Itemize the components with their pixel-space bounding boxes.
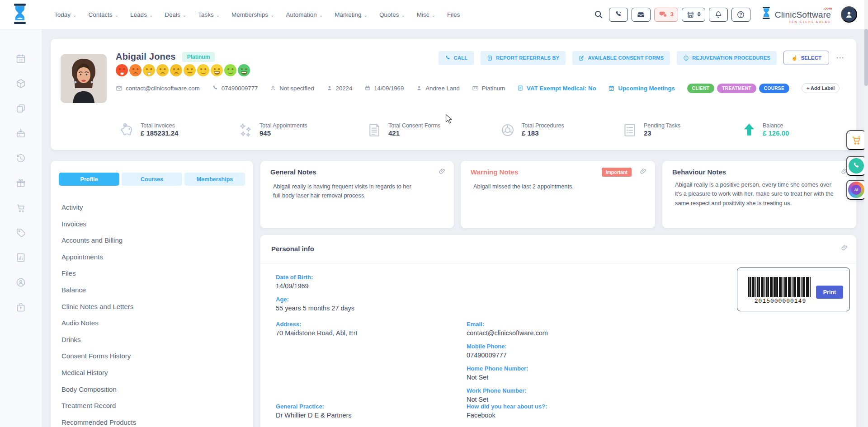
topnav-item[interactable]: Misc ⌄ bbox=[417, 11, 435, 18]
report-referrals-button[interactable]: REPORT REFERRALS BY bbox=[481, 51, 566, 65]
chevron-down-icon: ⌄ bbox=[183, 13, 186, 18]
brand-logo[interactable]: ClinicSoftware.com TEN STEPS AHEAD bbox=[760, 6, 831, 23]
person-outline-icon bbox=[270, 85, 276, 91]
home-phone-value: Not Set bbox=[467, 374, 548, 381]
patient-photo[interactable] bbox=[61, 54, 107, 103]
topnav-item[interactable]: Marketing ⌄ bbox=[335, 11, 368, 18]
mood-face-icon[interactable] bbox=[238, 64, 250, 76]
sidebar-menu-item[interactable]: Consent Forms History bbox=[59, 348, 245, 365]
mood-face-icon[interactable] bbox=[224, 64, 236, 76]
mood-face-icon[interactable] bbox=[170, 64, 182, 76]
help-button[interactable] bbox=[731, 8, 750, 22]
copy-icon[interactable] bbox=[15, 103, 26, 114]
sidebar-menu-item[interactable]: Body Composition bbox=[59, 381, 245, 398]
form-pen-icon bbox=[579, 55, 585, 61]
patient-email[interactable]: contact@clinicsoftware.com bbox=[116, 85, 200, 92]
sidebar-menu-item[interactable]: Appointments bbox=[59, 249, 245, 266]
phone-icon bbox=[212, 85, 218, 91]
sidebar-menu-item[interactable]: Medical History bbox=[59, 365, 245, 381]
chat-badge: 3 bbox=[670, 11, 674, 18]
calendar-icon[interactable]: 12 bbox=[15, 53, 26, 64]
chat-messages-button[interactable]: 3 bbox=[654, 8, 678, 22]
topnav-item[interactable]: Memberships ⌄ bbox=[231, 11, 274, 18]
topnav-item[interactable]: Deals ⌄ bbox=[165, 11, 186, 18]
price-tag-icon[interactable] bbox=[15, 227, 26, 238]
patient-dob: 14/09/1969 bbox=[364, 85, 404, 92]
topnav-item[interactable]: Files bbox=[447, 11, 462, 18]
mood-face-icon[interactable] bbox=[156, 64, 169, 76]
floating-ai-button[interactable]: AI bbox=[846, 180, 866, 200]
floating-phone-button[interactable] bbox=[846, 156, 866, 176]
sidebar-menu-item[interactable]: Recommended Products bbox=[59, 414, 245, 427]
mood-face-icon[interactable] bbox=[116, 64, 128, 76]
sidebar-menu-item[interactable]: Drinks bbox=[59, 332, 245, 348]
clinicsoftware-logo-icon[interactable] bbox=[10, 3, 30, 25]
sidebar-menu-item[interactable]: Files bbox=[59, 265, 245, 282]
sparkles-icon bbox=[237, 122, 254, 138]
locker-icon[interactable] bbox=[15, 302, 26, 313]
call-button[interactable]: CALL bbox=[439, 51, 474, 65]
mood-face-icon[interactable] bbox=[143, 64, 155, 76]
vat-exempt-link[interactable]: VAT Exempt Medical: No bbox=[517, 85, 596, 92]
products-icon[interactable] bbox=[15, 78, 26, 89]
profile-sidebar-card: ProfileCoursesMemberships ActivityInvoic… bbox=[51, 161, 253, 427]
label-pill[interactable]: TREATMENT bbox=[717, 84, 756, 93]
gift-icon[interactable] bbox=[15, 178, 26, 188]
cart-icon[interactable] bbox=[15, 202, 26, 213]
notifications-button[interactable] bbox=[709, 8, 728, 22]
mood-face-icon[interactable] bbox=[211, 64, 223, 76]
inbox-button[interactable] bbox=[632, 8, 651, 22]
mood-face-icon[interactable] bbox=[197, 64, 209, 76]
topnav-item[interactable]: Tasks ⌄ bbox=[198, 11, 220, 18]
store-button[interactable]: 0 bbox=[682, 8, 705, 22]
patient-stats-row: Total Invoices£ 185231.24 Total Appointm… bbox=[51, 121, 856, 146]
sidebar-menu-item[interactable]: Accounts and Billing bbox=[59, 232, 245, 249]
sidebar-menu-item[interactable]: Audio Notes bbox=[59, 315, 245, 332]
rejuvenation-procedures-button[interactable]: REJUVENATION PROCEDURES bbox=[677, 51, 777, 65]
print-button[interactable]: Print bbox=[816, 286, 843, 299]
label-pill[interactable]: CLIENT bbox=[687, 84, 715, 93]
reports-icon[interactable] bbox=[15, 252, 26, 263]
topnav-item[interactable]: Today ⌄ bbox=[54, 11, 76, 18]
calendar-check-icon bbox=[608, 85, 615, 92]
add-label-button[interactable]: + Add Label bbox=[802, 83, 840, 93]
mood-face-icon[interactable] bbox=[184, 64, 196, 76]
history-icon[interactable] bbox=[15, 153, 26, 164]
topnav-item[interactable]: Contacts ⌄ bbox=[88, 11, 118, 18]
topnav-item[interactable]: Quotes ⌄ bbox=[379, 11, 405, 18]
chevron-down-icon: ⌄ bbox=[432, 13, 435, 18]
topnav-item[interactable]: Leads ⌄ bbox=[130, 11, 153, 18]
upcoming-meetings-link[interactable]: Upcoming Meetings bbox=[608, 85, 675, 92]
sidebar-menu-item[interactable]: Invoices bbox=[59, 216, 245, 233]
user-avatar[interactable] bbox=[841, 6, 857, 23]
phone-dialer-button[interactable] bbox=[609, 8, 628, 22]
till-icon[interactable] bbox=[15, 128, 26, 139]
paperclip-icon[interactable] bbox=[640, 168, 647, 175]
patient-phone[interactable]: 07490009777 bbox=[212, 85, 258, 92]
mood-face-icon[interactable] bbox=[129, 64, 142, 76]
label-pill[interactable]: COURSE bbox=[759, 84, 789, 93]
floating-cart-button[interactable] bbox=[846, 130, 866, 150]
support-icon[interactable] bbox=[15, 277, 26, 288]
tab[interactable]: Courses bbox=[122, 173, 182, 186]
more-options-button[interactable]: ⋯ bbox=[836, 53, 844, 63]
sidebar-menu-item[interactable]: Balance bbox=[59, 282, 245, 299]
consent-forms-button[interactable]: AVAILABLE CONSENT FORMS bbox=[572, 51, 670, 65]
sidebar-menu-item[interactable]: Treatment Record bbox=[59, 398, 245, 414]
paperclip-icon[interactable] bbox=[439, 168, 446, 175]
search-icon[interactable] bbox=[594, 9, 604, 19]
scrollbar-track[interactable] bbox=[864, 0, 868, 427]
arrow-up-icon bbox=[741, 122, 757, 137]
topnav-item[interactable]: Automation ⌄ bbox=[286, 11, 323, 18]
task-list-icon bbox=[622, 122, 638, 138]
scrollbar-thumb[interactable] bbox=[864, 29, 868, 86]
sidebar-menu-item[interactable]: Clinic Notes and Letters bbox=[59, 299, 245, 315]
tab[interactable]: Memberships bbox=[184, 173, 245, 186]
chevron-down-icon: ⌄ bbox=[270, 13, 274, 18]
stat-value: 23 bbox=[644, 129, 651, 137]
paperclip-icon[interactable] bbox=[841, 244, 848, 251]
sidebar-menu-item[interactable]: Activity bbox=[59, 199, 245, 216]
tab[interactable]: Profile bbox=[59, 173, 119, 186]
stat-value: 945 bbox=[259, 129, 271, 137]
select-button[interactable]: ☝SELECT bbox=[783, 51, 829, 65]
